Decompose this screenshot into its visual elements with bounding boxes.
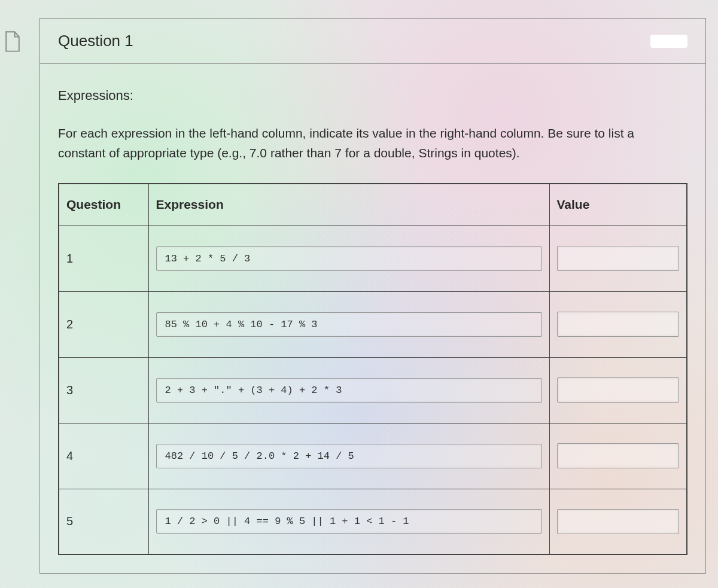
row-number: 2 (59, 291, 148, 357)
col-header-value: Value (549, 184, 687, 226)
row-number: 5 (59, 489, 148, 555)
table-row: 1 13 + 2 * 5 / 3 (59, 226, 687, 291)
table-row: 4 482 / 10 / 5 / 2.0 * 2 + 14 / 5 (59, 423, 687, 489)
table-row: 2 85 % 10 + 4 % 10 - 17 % 3 (59, 291, 687, 357)
card-header: Question 1 (40, 19, 705, 64)
value-input-3[interactable] (557, 377, 680, 403)
instructions-text: For each expression in the left-hand col… (58, 124, 644, 163)
expression-code: 2 + 3 + "." + (3 + 4) + 2 * 3 (156, 378, 542, 403)
section-title: Expressions: (58, 88, 687, 103)
points-chip (650, 35, 687, 48)
expression-code: 85 % 10 + 4 % 10 - 17 % 3 (156, 312, 542, 337)
col-header-question: Question (59, 184, 148, 226)
expression-code: 13 + 2 * 5 / 3 (156, 246, 542, 271)
page-document-icon (4, 31, 22, 53)
question-title: Question 1 (58, 32, 133, 50)
question-card: Question 1 Expressions: For each express… (39, 18, 706, 574)
card-body: Expressions: For each expression in the … (40, 64, 705, 573)
row-number: 4 (59, 423, 148, 489)
table-row: 5 1 / 2 > 0 || 4 == 9 % 5 || 1 + 1 < 1 -… (59, 489, 687, 555)
value-input-5[interactable] (557, 509, 680, 534)
col-header-expression: Expression (148, 184, 549, 226)
table-row: 3 2 + 3 + "." + (3 + 4) + 2 * 3 (59, 357, 687, 423)
value-input-1[interactable] (557, 246, 680, 271)
value-input-2[interactable] (557, 312, 680, 337)
row-number: 3 (59, 357, 148, 423)
expressions-table: Question Expression Value 1 13 + 2 * 5 /… (58, 183, 687, 555)
row-number: 1 (59, 226, 148, 291)
expression-code: 1 / 2 > 0 || 4 == 9 % 5 || 1 + 1 < 1 - 1 (156, 509, 542, 534)
expression-code: 482 / 10 / 5 / 2.0 * 2 + 14 / 5 (156, 444, 542, 468)
value-input-4[interactable] (557, 443, 680, 468)
